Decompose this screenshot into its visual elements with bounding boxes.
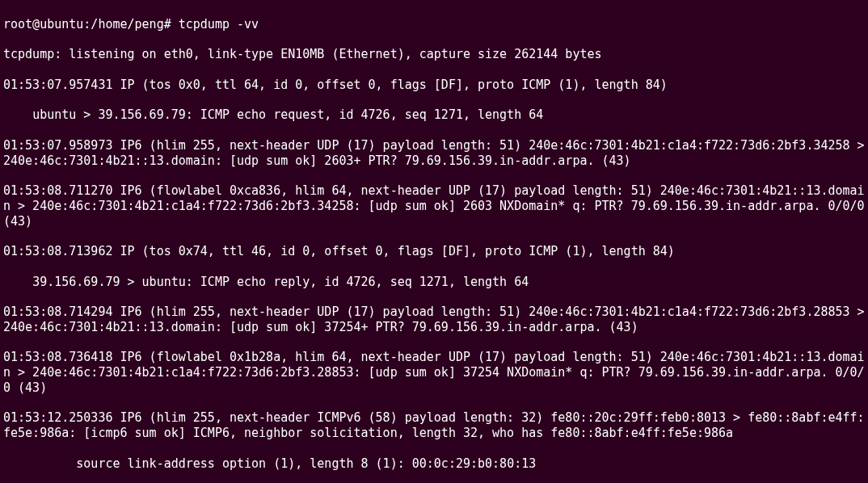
- output-line: 01:53:07.958973 IP6 (hlim 255, next-head…: [3, 138, 865, 169]
- output-line: ubuntu > 39.156.69.79: ICMP echo request…: [3, 107, 865, 123]
- terminal-output[interactable]: root@ubuntu:/home/peng# tcpdump -vv tcpd…: [0, 0, 868, 483]
- shell-prompt: root@ubuntu:/home/peng#: [3, 17, 179, 32]
- output-line: source link-address option (1), length 8…: [3, 456, 865, 472]
- entered-command: tcpdump -vv: [179, 17, 259, 32]
- output-line: 01:53:07.957431 IP (tos 0x0, ttl 64, id …: [3, 78, 865, 93]
- output-line: 39.156.69.79 > ubuntu: ICMP echo reply, …: [3, 275, 865, 290]
- output-line: 01:53:08.714294 IP6 (hlim 255, next-head…: [3, 304, 865, 335]
- output-line: 01:53:08.713962 IP (tos 0x74, ttl 46, id…: [3, 244, 865, 259]
- output-line: 01:53:08.736418 IP6 (flowlabel 0x1b28a, …: [3, 350, 865, 395]
- prompt-line: root@ubuntu:/home/peng# tcpdump -vv: [3, 17, 865, 32]
- output-line: 01:53:12.250336 IP6 (hlim 255, next-head…: [3, 410, 865, 441]
- output-line: tcpdump: listening on eth0, link-type EN…: [3, 47, 865, 62]
- output-line: 01:53:08.711270 IP6 (flowlabel 0xca836, …: [3, 183, 865, 229]
